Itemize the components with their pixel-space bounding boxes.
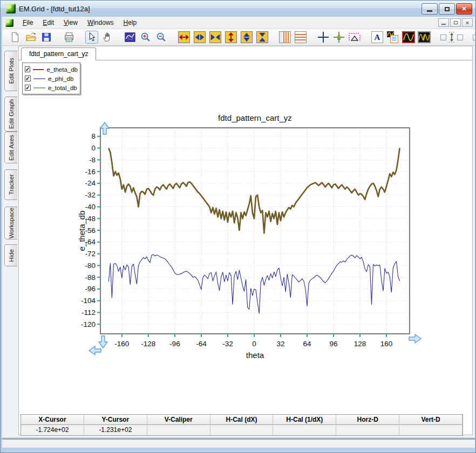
- sidebar-tab-label: Edit Graph: [8, 99, 15, 129]
- cursor-status-table: X-CursorY-CursorV-CaliperH-Cal (dX)H-Cal…: [21, 414, 463, 436]
- compress-y-icon[interactable]: [256, 31, 269, 44]
- sidebar-tab-tracker[interactable]: Tracker: [4, 169, 17, 200]
- chart-title: fdtd_pattern_cart_yz: [218, 113, 292, 122]
- svg-text:8: 8: [91, 132, 96, 140]
- zoom-in-icon[interactable]: [139, 31, 152, 44]
- main-area: Edit PlotsEdit GraphEdit AxesTrackerWork…: [2, 46, 475, 437]
- document-area: fdtd_pattern_cart_yz ✓e_theta_db✓e_phi_d…: [18, 46, 473, 435]
- menu-file[interactable]: File: [18, 17, 38, 28]
- svg-text:-96: -96: [85, 285, 96, 293]
- status-strip: [2, 438, 475, 448]
- legend-item: ✓e_phi_db: [25, 74, 78, 83]
- sidebar-tab-edit-graph[interactable]: Edit Graph: [4, 97, 17, 132]
- sidebar-tab-label: Edit Plots: [8, 58, 15, 84]
- svg-text:0: 0: [91, 144, 96, 152]
- text-annotation-icon[interactable]: A: [371, 31, 384, 44]
- svg-text:160: 160: [380, 340, 393, 348]
- svg-text:-104: -104: [81, 297, 96, 305]
- zoom-plot-box-icon[interactable]: [124, 31, 137, 44]
- svg-text:-32: -32: [85, 191, 96, 199]
- legend-line-sample: [33, 69, 44, 70]
- document-logo-icon: [5, 19, 13, 27]
- mdi-minimize-button[interactable]: [438, 18, 449, 27]
- svg-text:-48: -48: [85, 215, 96, 223]
- minimize-button[interactable]: [421, 3, 438, 15]
- caliper-tool-icon[interactable]: [348, 31, 361, 44]
- menu-bar: FileEditViewWindowsHelp ✕: [2, 17, 475, 29]
- status-column-h-cal-1-dx-: H-Cal (1/dX): [273, 415, 336, 425]
- menu-edit[interactable]: Edit: [38, 17, 59, 28]
- sidebar-tab-workspace[interactable]: Workspace: [4, 207, 17, 239]
- legend-checkbox[interactable]: ✓: [25, 66, 30, 72]
- status-value-4: [273, 425, 336, 435]
- y-axis-label: e_theta_db: [77, 210, 86, 251]
- sidebar-tab-label: Edit Axes: [8, 135, 15, 161]
- svg-text:-24: -24: [85, 179, 96, 187]
- zoom-out-icon[interactable]: [155, 31, 168, 44]
- fit-horizontal-group[interactable]: [473, 31, 475, 44]
- sidebar-tab-label: Tracker: [8, 174, 15, 195]
- crosshair-cursor-icon[interactable]: [317, 31, 330, 44]
- sidebar-tab-edit-axes[interactable]: Edit Axes: [4, 132, 17, 163]
- shrink-y-icon[interactable]: [240, 31, 253, 44]
- menu-windows[interactable]: Windows: [83, 17, 119, 28]
- svg-text:128: 128: [354, 340, 366, 348]
- sidebar-tab-hide[interactable]: Hide: [4, 244, 17, 266]
- status-value-3: [210, 425, 274, 435]
- app-logo-icon: [6, 4, 16, 13]
- document-tab-label: fdtd_pattern_cart_yz: [29, 50, 88, 58]
- pointer-tool-icon[interactable]: [85, 31, 98, 44]
- status-column-v-caliper: V-Caliper: [147, 415, 210, 425]
- close-button[interactable]: ✕: [456, 3, 472, 15]
- axis-extend-right-arrow: [409, 334, 421, 343]
- legend-checkbox[interactable]: ✓: [25, 76, 31, 81]
- svg-text:-120: -120: [81, 320, 96, 328]
- legend-checkbox[interactable]: ✓: [25, 85, 31, 91]
- svg-text:32: 32: [276, 340, 284, 348]
- compress-x-icon[interactable]: [209, 31, 222, 44]
- horizontal-grid-icon[interactable]: [294, 31, 307, 44]
- svg-text:-96: -96: [169, 340, 180, 348]
- svg-text:-88: -88: [85, 273, 96, 282]
- legend-toggle-icon[interactable]: [386, 31, 399, 44]
- expand-x-icon[interactable]: [178, 31, 191, 44]
- tracker-tool-icon[interactable]: [332, 31, 345, 44]
- multi-curve-window-icon[interactable]: [418, 31, 431, 44]
- fit-vertical-left-checkbox[interactable]: [440, 35, 446, 40]
- status-column-x-cursor: X-Cursor: [21, 415, 84, 425]
- app-window: EM.Grid - [fdtd_tut12a] ✕ FileEditViewWi…: [0, 0, 476, 453]
- new-document-icon[interactable]: [9, 31, 22, 44]
- menu-help[interactable]: Help: [119, 17, 142, 28]
- document-tab[interactable]: fdtd_pattern_cart_yz: [21, 47, 96, 60]
- svg-text:-72: -72: [85, 250, 96, 258]
- pan-hand-icon[interactable]: [101, 31, 114, 44]
- mdi-close-button[interactable]: ✕: [462, 18, 473, 27]
- fit-horizontal-left-checkbox[interactable]: [473, 35, 475, 40]
- svg-text:-64: -64: [196, 340, 207, 348]
- sidebar: Edit PlotsEdit GraphEdit AxesTrackerWork…: [4, 46, 18, 437]
- fit-vertical-right-checkbox[interactable]: [457, 35, 463, 40]
- vertical-grid-icon[interactable]: [278, 31, 291, 44]
- sidebar-tab-label: Hide: [8, 249, 15, 262]
- svg-text:-80: -80: [85, 262, 96, 270]
- single-curve-window-icon[interactable]: [402, 31, 415, 44]
- status-value-6: [399, 425, 463, 435]
- sidebar-tab-edit-plots[interactable]: Edit Plots: [4, 51, 17, 91]
- menu-view[interactable]: View: [59, 17, 83, 28]
- fit-vertical-group[interactable]: [440, 31, 463, 44]
- status-value-2: [147, 425, 210, 435]
- print-icon[interactable]: [63, 31, 76, 44]
- legend-item: ✓e_total_db: [25, 83, 78, 92]
- expand-y-icon[interactable]: [225, 31, 237, 44]
- plot-canvas[interactable]: 80-8-16-24-32-40-48-56-64-72-80-88-96-10…: [77, 110, 429, 365]
- svg-text:-8: -8: [89, 156, 96, 164]
- svg-text:0: 0: [252, 340, 256, 348]
- svg-text:-160: -160: [114, 340, 129, 348]
- open-file-icon[interactable]: [24, 31, 37, 44]
- svg-text:-56: -56: [85, 226, 96, 235]
- shrink-x-icon[interactable]: [193, 31, 206, 44]
- restore-button[interactable]: [439, 3, 455, 15]
- save-icon[interactable]: [40, 31, 53, 44]
- axis-extend-up-arrow: [100, 122, 109, 134]
- mdi-restore-button[interactable]: [450, 18, 461, 27]
